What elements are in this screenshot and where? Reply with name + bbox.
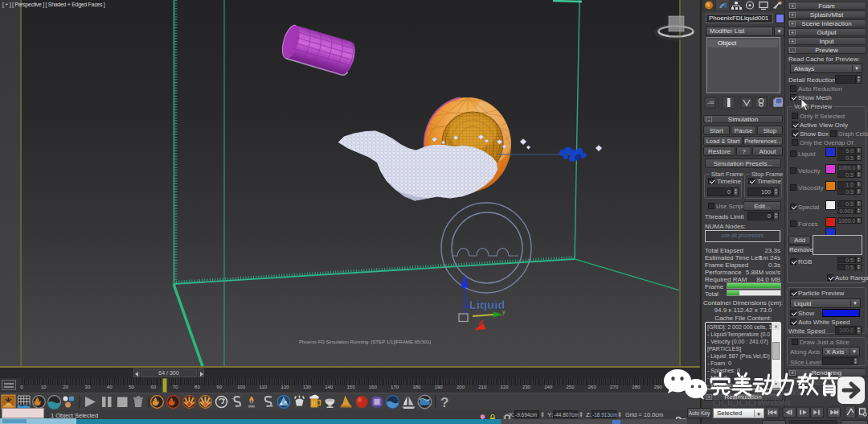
svg-text:...: ... — [672, 23, 676, 27]
svg-text:Phoenix FD Simulation Running:: Phoenix FD Simulation Running: [STEP 1/1… — [299, 339, 431, 344]
svg-text:?: ? — [440, 395, 448, 410]
svg-text:Windows.: Windows. — [758, 398, 792, 407]
svg-text:-═: -═ — [707, 99, 714, 106]
svg-text:Liquid: Liquid — [469, 298, 505, 311]
svg-text:y: y — [502, 309, 506, 315]
